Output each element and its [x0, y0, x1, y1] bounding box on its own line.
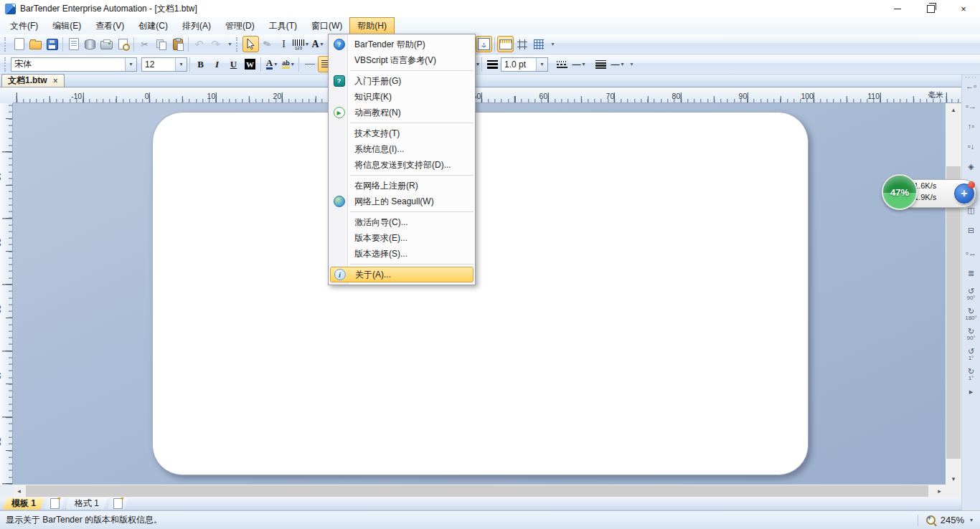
toolbar-grip[interactable] [4, 57, 8, 72]
toolbar-grip[interactable] [4, 37, 8, 52]
bold-button[interactable]: B [192, 56, 209, 72]
text-cursor-tool-button[interactable]: I [275, 36, 292, 52]
horizontal-scroll-thumb[interactable] [26, 485, 928, 497]
rotate-1-ccw-button[interactable]: ↺ 1° [963, 347, 979, 361]
toolbar-grip[interactable] [236, 37, 240, 52]
align-left-button[interactable]: ←▫ [963, 82, 979, 90]
toolbar-overflow-button[interactable]: ▾ [225, 37, 235, 52]
line-pattern-value-button[interactable]: —▾ [609, 56, 626, 72]
vertical-scroll-thumb[interactable] [946, 166, 961, 459]
dash-style-button[interactable] [554, 56, 570, 72]
help-about[interactable]: i 关于(A)... [330, 267, 473, 282]
restore-button[interactable] [914, 0, 947, 17]
align-top-button[interactable]: ↑▫ [963, 122, 979, 130]
italic-button[interactable]: I [209, 56, 225, 72]
distribute-horizontal-button[interactable]: ▫↔ [963, 249, 979, 257]
help-getting-started[interactable]: ? 入门手册(G) [330, 73, 473, 89]
help-knowledge-base[interactable]: 知识库(K) [330, 89, 473, 105]
font-color-button[interactable]: A▾ [263, 56, 280, 72]
line-weight-combo[interactable]: 1.0 pt ▾ [501, 57, 548, 72]
label-template[interactable] [152, 112, 809, 475]
zoom-control[interactable]: 245% ▾ [918, 515, 973, 526]
close-button[interactable]: × [947, 0, 980, 17]
scroll-left-icon[interactable]: ◂ [13, 485, 25, 497]
rotate-90-ccw-button[interactable]: ↺ 90° [963, 287, 979, 301]
inverse-button[interactable]: W [242, 56, 258, 72]
pan-zoom-button[interactable]: ↔↕ [476, 36, 492, 52]
rotate-180-button[interactable]: ↻ 180° [963, 307, 979, 321]
print-button[interactable] [98, 36, 115, 52]
toggle-grid-button[interactable] [530, 36, 547, 52]
align-bottom-button[interactable]: ▫↓ [963, 142, 979, 151]
menu-file[interactable]: 文件(F) [3, 17, 45, 34]
align-right-button[interactable]: ▫→ [963, 102, 979, 110]
menu-tools[interactable]: 工具(T) [262, 17, 304, 34]
dash-style-value-button[interactable]: —▾ [570, 56, 587, 72]
font-size-combo[interactable]: 12 ▾ [141, 57, 187, 72]
horizontal-scrollbar[interactable]: ◂ ▸ [13, 485, 946, 497]
design-canvas[interactable] [13, 103, 946, 485]
menu-view[interactable]: 查看(V) [88, 17, 131, 34]
close-tab-icon[interactable]: × [53, 76, 58, 86]
help-activation-wizard[interactable]: 激活向导(C)... [330, 214, 473, 230]
copy-button[interactable] [153, 36, 169, 52]
line-button[interactable] [301, 56, 318, 72]
create-barcode-button[interactable]: 123▾ [292, 36, 309, 52]
cut-button[interactable]: ✂ [136, 36, 153, 52]
help-bartender-help[interactable]: ? BarTender 帮助(P) [330, 37, 473, 52]
distribute-vertical-button[interactable]: ≣ [963, 269, 979, 277]
tab-template-1[interactable]: 模板 1 [3, 497, 44, 510]
toggle-rulers-button[interactable] [497, 36, 514, 52]
new-template-button[interactable] [44, 497, 65, 510]
select-tool-button[interactable] [242, 36, 259, 52]
paste-button[interactable] [169, 36, 186, 52]
database-setup-button[interactable] [82, 36, 98, 52]
toolbar-overflow-button[interactable]: ▾ [548, 37, 557, 52]
center-in-template-v-button[interactable]: ⊟ [963, 226, 979, 234]
menu-arrange[interactable]: 排列(A) [175, 17, 218, 34]
menu-create[interactable]: 创建(C) [131, 17, 175, 34]
tab-format-1[interactable]: 格式 1 [65, 497, 108, 510]
line-weight-button[interactable] [484, 56, 501, 72]
minimize-button[interactable] [881, 0, 914, 17]
help-animated-tutorials[interactable]: ▶ 动画教程(N) [330, 105, 473, 120]
scroll-up-icon[interactable]: ▴ [946, 103, 961, 115]
help-edition-selection[interactable]: 版本选择(S)... [330, 246, 473, 262]
menu-administer[interactable]: 管理(D) [218, 17, 262, 34]
help-system-information[interactable]: 系统信息(I)... [330, 141, 473, 157]
menu-help[interactable]: 帮助(H) [349, 17, 395, 34]
new-document-button[interactable] [11, 36, 27, 52]
save-button[interactable] [44, 36, 60, 52]
scroll-right-icon[interactable]: ▸ [933, 485, 946, 497]
center-horizontal-button[interactable]: ◈ [963, 162, 979, 171]
redo-button[interactable]: ↷ [207, 36, 224, 52]
rail-grip[interactable]: ···· [963, 75, 979, 80]
help-send-info-to-support[interactable]: 将信息发送到支持部(D)... [330, 157, 473, 173]
help-edition-requirements[interactable]: 版本要求(E)... [330, 230, 473, 246]
new-form-button[interactable] [108, 497, 128, 510]
rotate-1-cw-button[interactable]: ↻ 1° [963, 367, 979, 381]
tab-document1[interactable]: 文档1.btw × [1, 74, 65, 87]
scroll-down-icon[interactable]: ▾ [946, 472, 961, 485]
help-seagull-on-web[interactable]: 网络上的 Seagull(W) [330, 194, 473, 209]
undo-button[interactable]: ↶ [191, 36, 207, 52]
menu-window[interactable]: 窗口(W) [304, 17, 349, 34]
vertical-scrollbar[interactable]: ▴ ▾ [946, 103, 961, 485]
memory-gauge[interactable]: 47% [882, 174, 918, 210]
open-button[interactable] [27, 36, 44, 52]
toggle-crop-marks-button[interactable] [514, 36, 530, 52]
page-setup-button[interactable] [65, 36, 82, 52]
rotate-90-cw-button[interactable]: ↻ 90° [963, 327, 979, 341]
toolbar-overflow-button[interactable]: ▾ [627, 57, 636, 72]
expand-toolbar-button[interactable]: ▸ [963, 387, 979, 396]
format-painter-button[interactable]: ✎ [259, 36, 275, 52]
help-vbscript-reference[interactable]: VBScript 语言参考(V) [330, 52, 473, 68]
help-technical-support[interactable]: 技术支持(T) [330, 125, 473, 141]
highlight-color-button[interactable]: ab▾ [280, 56, 296, 72]
print-preview-button[interactable] [115, 36, 131, 52]
underline-button[interactable]: U [225, 56, 242, 72]
create-text-button[interactable]: A▾ [309, 36, 326, 52]
line-pattern-button[interactable] [593, 56, 609, 72]
menu-edit[interactable]: 编辑(E) [45, 17, 88, 34]
font-name-combo[interactable]: 宋体 ▾ [11, 57, 137, 72]
